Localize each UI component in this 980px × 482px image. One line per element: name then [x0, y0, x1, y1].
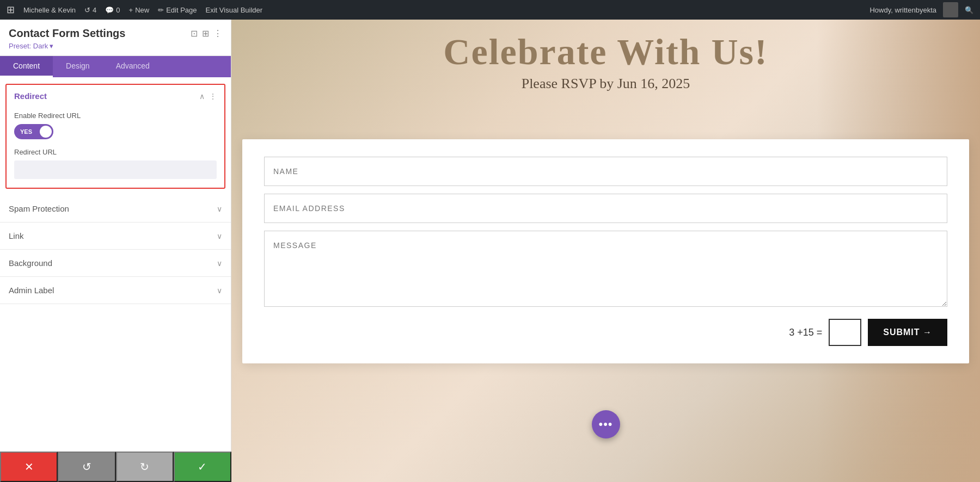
admin-label-header[interactable]: Admin Label ∨: [5, 277, 225, 304]
tab-design[interactable]: Design: [53, 56, 103, 77]
wp-logo-icon[interactable]: ⊞: [7, 4, 15, 16]
panel-content: Redirect ∧ ⋮ Enable Redirect URL YES Re: [0, 77, 231, 459]
link-section: Link ∨: [0, 223, 231, 250]
celebrate-heading: Celebrate With Us!: [231, 30, 980, 73]
background-chevron-icon: ∨: [217, 259, 222, 268]
email-input[interactable]: [264, 194, 947, 223]
link-title: Link: [9, 231, 24, 240]
left-panel: Contact Form Settings ⊡ ⊞ ⋮ Preset: Dark…: [0, 20, 231, 482]
name-input[interactable]: [264, 157, 947, 186]
admin-label-section: Admin Label ∨: [0, 277, 231, 304]
captcha-input[interactable]: [829, 319, 861, 346]
panel-title-icons: ⊡ ⊞ ⋮: [191, 28, 222, 39]
redo-button[interactable]: ↻: [116, 452, 174, 482]
save-button[interactable]: ✓: [174, 452, 231, 482]
redirect-section-icons: ∧ ⋮: [199, 92, 217, 101]
comments-count[interactable]: 💬 0: [105, 6, 120, 14]
background-header[interactable]: Background ∨: [5, 250, 225, 276]
revisions-count[interactable]: ↺ 4: [84, 6, 96, 14]
redirect-section-title: Redirect: [14, 91, 47, 101]
search-icon[interactable]: 🔍: [965, 6, 973, 14]
admin-label-chevron-icon: ∨: [217, 286, 222, 295]
cancel-button[interactable]: ✕: [0, 452, 58, 482]
form-card: 3 +15 = SUBMIT →: [242, 139, 969, 363]
link-chevron-icon: ∨: [217, 232, 222, 240]
form-bottom-row: 3 +15 = SUBMIT →: [264, 319, 947, 346]
panel-tabs: Content Design Advanced: [0, 56, 231, 77]
redirect-url-label: Redirect URL: [14, 148, 217, 156]
background-title: Background: [9, 258, 52, 268]
captcha-equation: 3 +15 =: [789, 327, 822, 338]
avatar: [943, 2, 958, 17]
revisions-icon: ↺: [84, 6, 90, 14]
rsvp-subheading: Please RSVP by Jun 16, 2025: [231, 76, 980, 92]
enable-redirect-toggle[interactable]: YES: [14, 124, 53, 139]
panel-header: Contact Form Settings ⊡ ⊞ ⋮ Preset: Dark…: [0, 20, 231, 56]
more-options-icon[interactable]: ⋮: [213, 28, 222, 39]
redirect-url-input[interactable]: [14, 160, 217, 179]
admin-label-title: Admin Label: [9, 286, 54, 295]
plus-icon: +: [129, 6, 133, 14]
exit-builder-button[interactable]: Exit Visual Builder: [206, 6, 263, 14]
enable-redirect-label: Enable Redirect URL: [14, 112, 217, 120]
bottom-action-bar: ✕ ↺ ↻ ✓: [0, 452, 231, 482]
site-name[interactable]: Michelle & Kevin: [23, 6, 76, 14]
tab-advanced[interactable]: Advanced: [103, 56, 163, 77]
background-section: Background ∨: [0, 250, 231, 277]
right-content: Celebrate With Us! Please RSVP by Jun 16…: [231, 20, 980, 482]
edit-page-button[interactable]: ✏ Edit Page: [158, 6, 197, 14]
toggle-knob: [40, 126, 52, 138]
floating-action-button[interactable]: •••: [592, 410, 620, 438]
tab-content[interactable]: Content: [0, 56, 53, 77]
preset-chevron-icon: ▾: [50, 42, 53, 50]
comments-icon: 💬: [105, 6, 114, 14]
pencil-icon: ✏: [158, 6, 164, 14]
redirect-collapse-icon[interactable]: ∧: [199, 92, 205, 101]
spam-protection-title: Spam Protection: [9, 204, 69, 213]
admin-bar-right: Howdy, writtenbyekta 🔍: [869, 2, 973, 17]
toggle-yes-label: YES: [16, 128, 32, 135]
undo-button[interactable]: ↺: [58, 452, 115, 482]
preset-selector[interactable]: Preset: Dark ▾: [9, 42, 222, 50]
message-textarea[interactable]: [264, 231, 947, 307]
redirect-section-header: Redirect ∧ ⋮: [7, 85, 224, 107]
redirect-section: Redirect ∧ ⋮ Enable Redirect URL YES Re: [5, 84, 225, 189]
columns-icon[interactable]: ⊞: [202, 28, 209, 39]
panel-title: Contact Form Settings: [9, 27, 125, 40]
link-header[interactable]: Link ∨: [5, 223, 225, 249]
user-greeting: Howdy, writtenbyekta: [869, 6, 936, 14]
resize-icon[interactable]: ⊡: [191, 28, 198, 39]
redirect-section-body: Enable Redirect URL YES Redirect URL: [7, 107, 224, 188]
submit-button[interactable]: SUBMIT →: [868, 319, 947, 346]
spam-protection-header[interactable]: Spam Protection ∨: [5, 195, 225, 222]
new-button[interactable]: + New: [129, 6, 150, 14]
toggle-container: YES: [14, 124, 217, 139]
spam-protection-chevron-icon: ∨: [217, 205, 222, 213]
wedding-overlay: Celebrate With Us! Please RSVP by Jun 16…: [231, 20, 980, 97]
preset-label-text: Preset: Dark: [9, 42, 48, 50]
spam-protection-section: Spam Protection ∨: [0, 195, 231, 223]
redirect-more-icon[interactable]: ⋮: [209, 92, 217, 101]
panel-title-row: Contact Form Settings ⊡ ⊞ ⋮: [9, 27, 222, 40]
admin-bar: ⊞ Michelle & Kevin ↺ 4 💬 0 + New ✏ Edit …: [0, 0, 980, 20]
main-layout: Contact Form Settings ⊡ ⊞ ⋮ Preset: Dark…: [0, 20, 980, 482]
